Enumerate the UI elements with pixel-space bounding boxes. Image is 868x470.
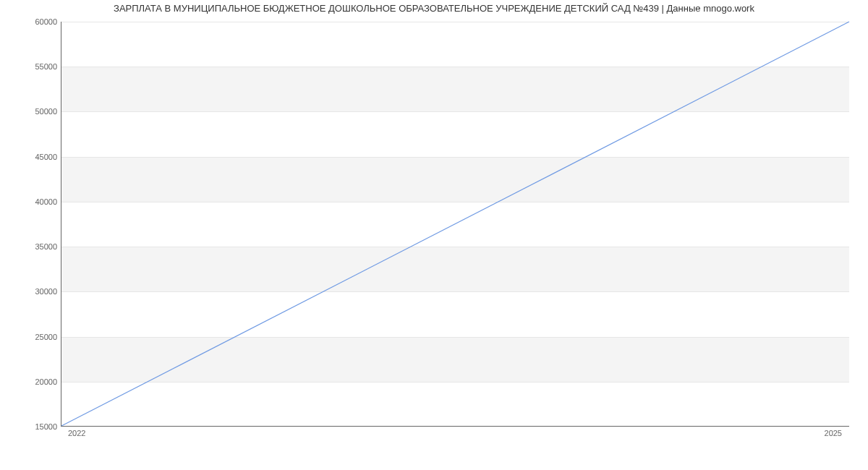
y-tick-label: 55000 bbox=[35, 62, 57, 71]
y-tick-label: 40000 bbox=[35, 197, 57, 206]
x-axis-ticks: 2022 2025 bbox=[61, 429, 849, 443]
y-tick-label: 25000 bbox=[35, 333, 57, 341]
line-series bbox=[61, 22, 849, 426]
y-tick-label: 60000 bbox=[35, 17, 57, 26]
y-tick-label: 15000 bbox=[35, 422, 57, 431]
y-tick-label: 50000 bbox=[35, 107, 57, 116]
chart-title: ЗАРПЛАТА В МУНИЦИПАЛЬНОЕ БЮДЖЕТНОЕ ДОШКО… bbox=[0, 3, 868, 14]
y-tick-label: 35000 bbox=[35, 242, 57, 251]
x-tick-end: 2025 bbox=[825, 429, 842, 437]
chart-container: ЗАРПЛАТА В МУНИЦИПАЛЬНОЕ БЮДЖЕТНОЕ ДОШКО… bbox=[0, 0, 868, 470]
y-tick-label: 30000 bbox=[35, 287, 57, 296]
y-tick-label: 20000 bbox=[35, 377, 57, 386]
plot-area: 1500020000250003000035000400004500050000… bbox=[61, 22, 849, 427]
y-tick-label: 45000 bbox=[35, 153, 57, 161]
x-tick-start: 2022 bbox=[68, 429, 85, 437]
